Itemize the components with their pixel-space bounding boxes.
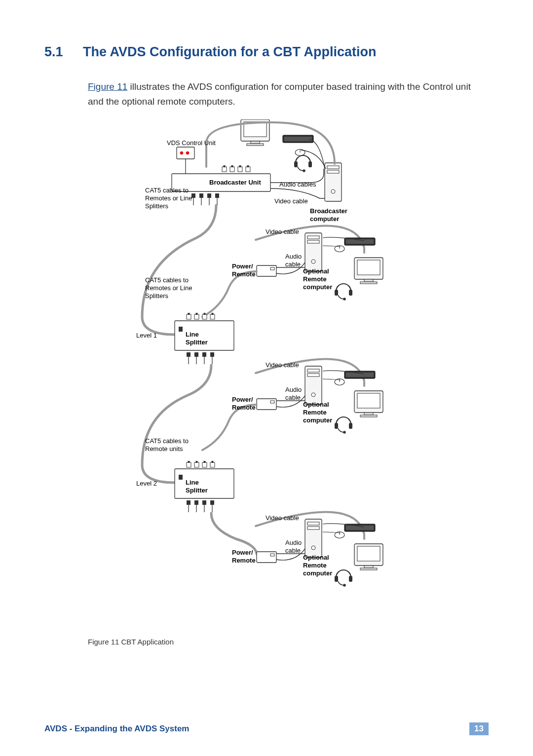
section-paragraph: Figure 11 illustrates the AVDS configura…	[88, 79, 489, 110]
svg-rect-38	[179, 327, 183, 332]
label-level-1: Level 1	[136, 332, 157, 340]
label-cat5-3: CAT5 cables to Remote units	[145, 437, 189, 454]
label-optional-remote-3: Optional Remote computer	[303, 554, 332, 578]
svg-rect-40	[179, 475, 183, 480]
label-power-remote-1: Power/ Remote	[232, 263, 256, 279]
svg-point-34	[180, 151, 183, 154]
label-line-splitter-1: Line Splitter	[186, 331, 208, 347]
section-title: The AVDS Configuration for a CBT Applica…	[83, 44, 376, 59]
figure-reference-link[interactable]: Figure 11	[88, 81, 127, 92]
paragraph-text: illustrates the AVDS configuration for c…	[88, 81, 471, 107]
figure-caption: Figure 11 CBT Application	[88, 638, 489, 646]
label-video-cable-r1: Video cable	[266, 228, 299, 236]
label-audio-cable-r2: Audio cable	[285, 386, 302, 402]
section-number: 5.1	[44, 44, 83, 60]
label-line-splitter-2: Line Splitter	[186, 479, 208, 495]
svg-rect-33	[177, 147, 194, 159]
page-number: 13	[469, 722, 489, 735]
label-cat5-1: CAT5 cables to Remotes or Line Splitters	[145, 187, 192, 211]
section-heading: 5.1The AVDS Configuration for a CBT Appl…	[44, 44, 489, 60]
page-footer: AVDS - Expanding the AVDS System 13	[44, 722, 489, 735]
label-audio-cable-r3: Audio cable	[285, 539, 302, 555]
label-video-cable-r3: Video cable	[266, 514, 299, 522]
footer-title: AVDS - Expanding the AVDS System	[44, 724, 189, 734]
label-power-remote-2: Power/ Remote	[232, 396, 256, 412]
label-optional-remote-1: Optional Remote computer	[303, 267, 332, 292]
figure-diagram: VDS Control Unit Broadcaster Unit Audio …	[88, 119, 443, 633]
label-video-cable-r2: Video cable	[266, 361, 299, 369]
label-broadcaster-computer: Broadcaster computer	[310, 207, 347, 224]
label-power-remote-3: Power/ Remote	[232, 549, 256, 565]
label-audio-cables: Audio cables	[279, 181, 316, 189]
label-optional-remote-2: Optional Remote computer	[303, 401, 332, 425]
label-cat5-2: CAT5 cables to Remotes or Line Splitters	[145, 276, 192, 301]
label-vds-control-unit: VDS Control Unit	[167, 139, 216, 147]
label-audio-cable-r1: Audio cable	[285, 253, 302, 269]
svg-point-35	[186, 151, 189, 154]
label-video-cable-top: Video cable	[274, 197, 308, 205]
label-broadcaster-unit: Broadcaster Unit	[209, 179, 261, 187]
label-level-2: Level 2	[136, 480, 157, 488]
